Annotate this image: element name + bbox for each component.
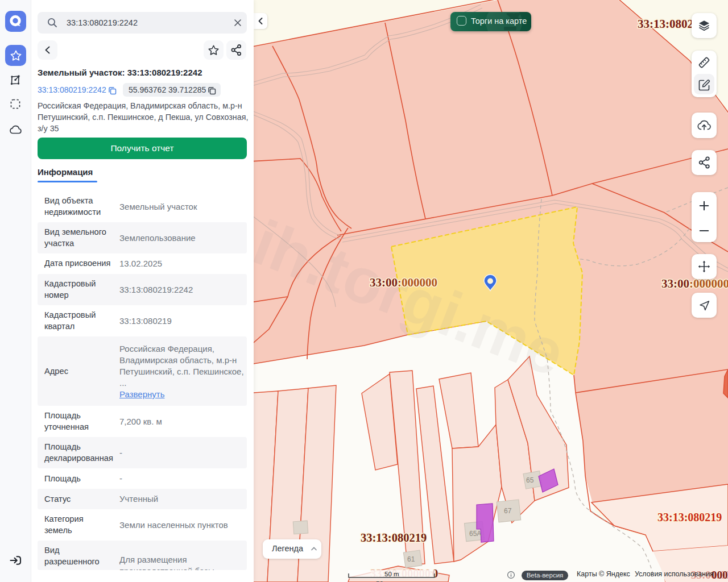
svg-text:65: 65: [526, 476, 534, 484]
svg-text:33:00:000000: 33:00:000000: [370, 276, 437, 289]
svg-text:33:13:080219: 33:13:080219: [361, 531, 427, 544]
svg-text:67: 67: [504, 507, 512, 515]
svg-text:33:13:08022: 33:13:08022: [638, 17, 700, 31]
svg-text:33:13:080219: 33:13:080219: [657, 511, 722, 523]
svg-text:61: 61: [407, 555, 415, 563]
svg-text:33:00:0000000: 33:00:0000000: [661, 277, 728, 290]
svg-text:50 m: 50 m: [384, 571, 399, 577]
svg-text:000: 000: [712, 569, 728, 581]
svg-text:65А: 65А: [469, 530, 481, 538]
